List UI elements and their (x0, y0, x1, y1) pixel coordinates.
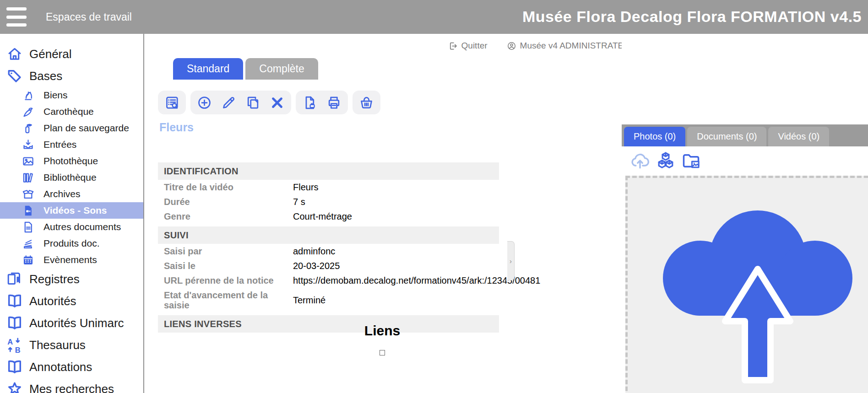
registers-icon (6, 271, 23, 287)
media-panel: Photos (0) Documents (0) Vidéos (0) (622, 34, 868, 393)
field-label: Genre (158, 211, 293, 221)
sidebar-item-thesaurus[interactable]: AB Thesaurus (0, 334, 143, 356)
sidebar-item-bases[interactable]: Bases (0, 65, 143, 87)
field-row: URL pérenne de la notice https://demobam… (158, 273, 499, 288)
media-dropzone[interactable] (625, 176, 868, 393)
list-search-icon[interactable] (164, 95, 179, 110)
field-value: Court-métrage (293, 211, 499, 222)
printer-icon[interactable] (326, 95, 342, 110)
tab-documents[interactable]: Documents (0) (687, 127, 766, 146)
sidebar-item-label: Autres documents (43, 221, 121, 232)
sidebar-item-label: Annotations (29, 360, 92, 374)
duplicate-icon[interactable] (245, 95, 260, 110)
field-label: Saisi le (158, 261, 293, 271)
calendar-icon (22, 254, 34, 266)
record-fields: IDENTIFICATION Titre de la vidéo Fleurs … (158, 162, 499, 333)
sidebar-item-label: Vidéos - Sons (43, 205, 107, 216)
field-label: Saisi par (158, 246, 293, 256)
sidebar-item-evenements[interactable]: Evènements (0, 252, 143, 268)
workspace-label[interactable]: Espaces de travail (46, 11, 132, 23)
tab-photos[interactable]: Photos (0) (624, 127, 685, 146)
liens-heading: Liens (144, 323, 620, 339)
sidebar-item-mes-recherches[interactable]: Mes recherches (0, 378, 143, 393)
sidebar-item-registres[interactable]: Registres (0, 268, 143, 290)
field-value: Terminé (293, 295, 499, 306)
open-box-icon (22, 188, 34, 200)
field-label: Durée (158, 197, 293, 207)
sidebar-item-autres-documents[interactable]: Autres documents (0, 219, 143, 235)
sidebar: Général Bases Biens Carothèque Plan de s… (0, 34, 144, 393)
delete-x-icon[interactable] (270, 95, 285, 110)
tab-videos[interactable]: Vidéos (0) (768, 127, 829, 146)
toolbar-group-basket (353, 91, 380, 114)
user-circle-icon (507, 41, 516, 51)
field-row: Titre de la vidéo Fleurs (158, 180, 499, 194)
sidebar-item-bibliotheque[interactable]: Bibliothèque (0, 169, 143, 186)
sidebar-item-autorites[interactable]: Autorités (0, 290, 143, 312)
sidebar-item-entrees[interactable]: Entrées (0, 136, 143, 153)
open-book-icon (6, 293, 23, 309)
field-value: 7 s (293, 197, 499, 207)
view-tabs: Standard Complète (173, 58, 318, 80)
toolbar-group-edit (190, 91, 291, 114)
media-toolbar (622, 146, 868, 176)
books-icon (22, 172, 34, 184)
hamburger-menu-icon[interactable] (6, 7, 27, 27)
open-book-icon (6, 315, 23, 331)
print-document-icon[interactable] (302, 95, 317, 110)
sidebar-item-label: Autorités Unimarc (29, 316, 124, 330)
sidebar-item-label: Evènements (43, 254, 97, 265)
sidebar-item-autorites-unimarc[interactable]: Autorités Unimarc (0, 312, 143, 334)
add-circle-icon[interactable] (197, 95, 212, 110)
sidebar-item-plan-de-sauvegarde[interactable]: Plan de sauvegarde (0, 120, 143, 136)
sidebar-item-label: Plan de sauvegarde (43, 123, 129, 134)
tab-standard[interactable]: Standard (173, 58, 243, 80)
cloud-upload-icon[interactable] (630, 151, 650, 171)
chess-knight-icon (22, 89, 34, 102)
star-icon (6, 381, 23, 393)
sidebar-item-label: Thesaurus (29, 338, 86, 352)
sidebar-item-carotheque[interactable]: Carothèque (0, 103, 143, 120)
tab-complete[interactable]: Complète (245, 58, 318, 80)
sidebar-item-videos-sons[interactable]: Vidéos - Sons (0, 202, 143, 219)
folder-image-icon[interactable] (681, 151, 701, 171)
sidebar-item-label: Produits doc. (43, 238, 100, 249)
field-value: Fleurs (293, 182, 499, 193)
document-icon (22, 221, 34, 233)
sidebar-item-phototheque[interactable]: Photothèque (0, 153, 143, 169)
quit-link[interactable]: Quitter (448, 41, 488, 51)
field-label: Etat d'avancement de la saisie (158, 290, 293, 310)
sidebar-item-general[interactable]: Général (0, 43, 143, 65)
panel-collapse-handle[interactable]: › (507, 241, 515, 280)
sidebar-item-annotations[interactable]: Annotations (0, 356, 143, 378)
field-label: URL pérenne de la notice (158, 275, 293, 285)
sidebar-item-label: Bibliothèque (43, 172, 97, 183)
field-row: Saisi le 20-03-2025 (158, 258, 499, 273)
section-header-suivi: SUIVI (158, 226, 499, 244)
field-value: adminfonc (293, 246, 499, 257)
basket-icon[interactable] (359, 95, 374, 110)
sidebar-item-label: Entrées (43, 139, 76, 150)
svg-text:B: B (15, 346, 21, 354)
sidebar-item-archives[interactable]: Archives (0, 186, 143, 202)
sort-ab-icon: AB (6, 337, 23, 353)
cubes-icon[interactable] (656, 151, 676, 171)
sidebar-item-biens[interactable]: Biens (0, 87, 143, 103)
sidebar-item-label: Mes recherches (29, 382, 114, 393)
record-toolbar (158, 91, 380, 114)
exit-icon (448, 41, 458, 51)
record-permalink[interactable]: https://demobam.decalog.net/formationv45… (293, 275, 540, 286)
edit-pencil-icon[interactable] (221, 95, 236, 110)
sidebar-item-label: Archives (43, 188, 81, 199)
sidebar-item-produits-doc[interactable]: Produits doc. (0, 235, 143, 252)
quit-label: Quitter (461, 41, 488, 51)
sidebar-item-label: Général (29, 47, 72, 61)
liens-tree-node-square[interactable] (380, 350, 385, 355)
inbox-download-icon (22, 139, 34, 151)
carrot-icon (22, 106, 34, 118)
sidebar-item-label: Autorités (29, 294, 76, 308)
field-row: Etat d'avancement de la saisie Terminé (158, 288, 499, 312)
section-header-identification: IDENTIFICATION (158, 162, 499, 180)
sidebar-item-label: Registres (29, 272, 80, 286)
field-value: 20-03-2025 (293, 261, 499, 271)
